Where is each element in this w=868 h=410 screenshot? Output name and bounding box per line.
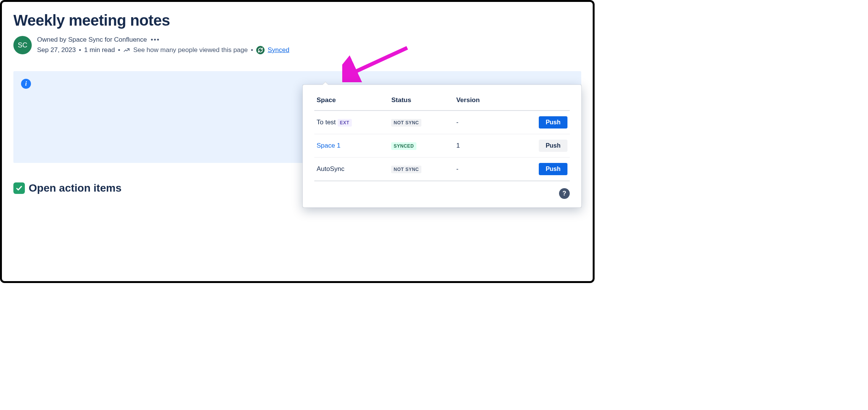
column-header-action bbox=[507, 93, 570, 111]
table-row: AutoSync NOT SYNC - Push bbox=[314, 158, 570, 181]
separator-dot: • bbox=[251, 46, 253, 54]
column-header-version: Version bbox=[454, 93, 507, 111]
push-button[interactable]: Push bbox=[539, 163, 567, 175]
push-button[interactable]: Push bbox=[539, 116, 567, 129]
space-name: AutoSync bbox=[317, 165, 345, 172]
byline: SC Owned by Space Sync for Confluence ••… bbox=[13, 36, 581, 54]
read-time: 1 min read bbox=[84, 46, 115, 54]
version-cell: - bbox=[454, 111, 507, 134]
sync-popover: Space Status Version To test EXT NOT SYN… bbox=[302, 85, 582, 208]
separator-dot: • bbox=[79, 46, 81, 54]
space-name-link[interactable]: Space 1 bbox=[317, 142, 340, 149]
status-badge: SYNCED bbox=[391, 142, 416, 150]
owned-by-text: Owned by Space Sync for Confluence bbox=[37, 36, 147, 44]
version-cell: 1 bbox=[454, 134, 507, 158]
section-title: Open action items bbox=[29, 182, 122, 194]
ext-badge: EXT bbox=[338, 119, 352, 127]
space-name: To test bbox=[317, 119, 336, 126]
checkmark-icon bbox=[13, 182, 25, 194]
table-row: To test EXT NOT SYNC - Push bbox=[314, 111, 570, 134]
page-title: Weekly meeting notes bbox=[13, 12, 581, 29]
more-actions-icon[interactable]: ••• bbox=[151, 36, 160, 44]
sync-table: Space Status Version To test EXT NOT SYN… bbox=[314, 93, 570, 181]
views-link[interactable]: See how many people viewed this page bbox=[133, 46, 248, 54]
synced-link[interactable]: Synced bbox=[268, 46, 289, 54]
sync-status-icon bbox=[256, 46, 265, 54]
push-button[interactable]: Push bbox=[539, 140, 567, 152]
separator-dot: • bbox=[118, 46, 120, 54]
avatar[interactable]: SC bbox=[13, 36, 32, 54]
version-cell: - bbox=[454, 158, 507, 181]
column-header-status: Status bbox=[389, 93, 454, 111]
table-row: Space 1 SYNCED 1 Push bbox=[314, 134, 570, 158]
status-badge: NOT SYNC bbox=[391, 166, 421, 173]
help-icon[interactable]: ? bbox=[559, 188, 570, 199]
column-header-space: Space bbox=[314, 93, 389, 111]
status-badge: NOT SYNC bbox=[391, 119, 421, 127]
info-icon: i bbox=[21, 79, 31, 89]
page-date: Sep 27, 2023 bbox=[37, 46, 76, 54]
analytics-icon bbox=[123, 47, 130, 54]
